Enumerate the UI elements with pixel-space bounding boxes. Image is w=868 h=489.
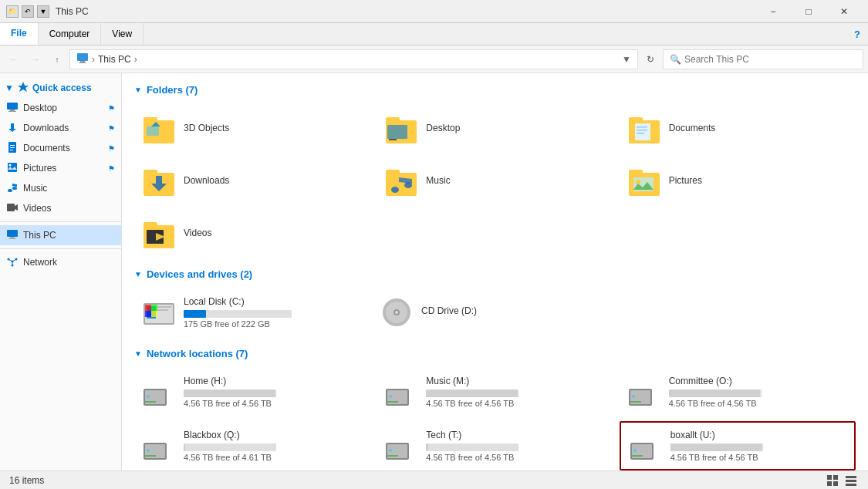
network-icon — [6, 255, 19, 270]
sidebar-item-downloads[interactable]: Downloads ⚑ — [0, 118, 121, 138]
search-box[interactable]: 🔍 — [663, 49, 863, 69]
svg-rect-1 — [80, 61, 85, 62]
help-button[interactable]: ? — [846, 23, 868, 45]
svg-point-71 — [147, 395, 150, 398]
path-end-arrow: › — [134, 54, 137, 65]
network-thumb — [140, 373, 177, 410]
tab-file[interactable]: File — [0, 23, 39, 45]
address-path[interactable]: › This PC › ▼ — [69, 49, 638, 69]
svg-rect-76 — [387, 401, 398, 403]
search-input[interactable] — [684, 54, 856, 65]
net-progress-wrap — [184, 390, 276, 397]
drive-item-d[interactable]: CD Drive (D:) — [372, 289, 603, 336]
path-dropdown[interactable]: ▼ — [622, 54, 631, 65]
svg-rect-102 — [846, 480, 856, 482]
svg-rect-19 — [8, 238, 16, 239]
svg-point-91 — [633, 449, 637, 452]
folder-item-documents[interactable]: Documents — [620, 105, 856, 151]
svg-marker-3 — [18, 82, 29, 92]
network-info: Home (H:) 4.56 TB free of 4.56 TB — [184, 376, 364, 408]
list-view-button[interactable] — [843, 473, 859, 488]
drive-name-c: Local Disk (C:) — [184, 296, 360, 307]
folder-item-pictures[interactable]: Pictures — [620, 157, 856, 204]
svg-rect-10 — [10, 150, 13, 150]
sidebar-item-network[interactable]: Network — [0, 252, 121, 272]
devices-header-label: Devices and drives (2) — [147, 268, 252, 280]
network-info: Tech (T:) 4.56 TB free of 4.56 TB — [426, 430, 606, 462]
folder-item-downloads[interactable]: Downloads — [134, 157, 370, 204]
separator-2 — [0, 248, 121, 249]
pin-icon: ⚑ — [108, 104, 115, 113]
this-pc-icon — [6, 228, 19, 243]
svg-rect-18 — [10, 237, 15, 238]
pin-icon: ⚑ — [108, 144, 115, 153]
tab-computer[interactable]: Computer — [39, 23, 102, 45]
svg-rect-34 — [389, 139, 397, 140]
music-icon — [6, 181, 19, 196]
network-item-boxallt[interactable]: boxallt (U:) 4.56 TB free of 4.56 TB — [620, 421, 856, 470]
close-button[interactable]: ✕ — [826, 0, 862, 23]
item-count: 16 items — [9, 475, 44, 486]
folder-item-3d-objects[interactable]: 3D Objects — [134, 105, 370, 151]
sidebar-item-documents[interactable]: Documents ⚑ — [0, 138, 121, 158]
sidebar-item-videos[interactable]: Videos — [0, 198, 121, 218]
folder-name: Downloads — [184, 175, 364, 186]
sidebar-item-label: Downloads — [23, 123, 69, 133]
grid-view-button[interactable] — [825, 473, 840, 488]
network-item-home[interactable]: Home (H:) 4.56 TB free of 4.56 TB — [134, 369, 370, 415]
folders-section-header[interactable]: ▼ Folders (7) — [134, 84, 856, 96]
folder-thumb — [383, 110, 420, 147]
sidebar-item-music[interactable]: Music — [0, 178, 121, 198]
svg-rect-52 — [144, 222, 157, 227]
network-item-blackbox[interactable]: Blackbox (Q:) 4.56 TB free of 4.61 TB — [134, 421, 370, 470]
network-item-tech[interactable]: Tech (T:) 4.56 TB free of 4.56 TB — [377, 421, 613, 470]
sidebar-item-desktop[interactable]: Desktop ⚑ — [0, 98, 121, 118]
folder-info: Desktop — [426, 123, 606, 133]
folder-thumb — [383, 162, 420, 199]
folder-item-desktop[interactable]: Desktop — [377, 105, 613, 151]
folder-thumb — [626, 162, 663, 199]
folder-name: Desktop — [426, 123, 606, 133]
back-button[interactable]: ← — [5, 50, 23, 69]
tab-view[interactable]: View — [101, 23, 144, 45]
window-controls: − □ ✕ — [755, 0, 862, 23]
network-header-label: Network locations (7) — [147, 348, 248, 359]
network-section-header[interactable]: ▼ Network locations (7) — [134, 348, 856, 359]
folder-item-videos[interactable]: Videos — [134, 210, 370, 256]
devices-section-header[interactable]: ▼ Devices and drives (2) — [134, 268, 856, 280]
content-area: ▼ Folders (7) 3D Objects — [122, 73, 868, 470]
drive-item-c[interactable]: Local Disk (C:) 175 GB free of 222 GB — [134, 289, 366, 336]
network-item-committee[interactable]: Committee (O:) 4.56 TB free of 4.56 TB — [620, 369, 856, 415]
folder-info: 3D Objects — [184, 123, 364, 133]
sidebar-item-this-pc[interactable]: This PC — [0, 225, 121, 245]
svg-rect-39 — [637, 130, 647, 131]
maximize-button[interactable]: □ — [791, 0, 826, 23]
quick-access-header[interactable]: ▼ Quick access — [0, 78, 121, 98]
svg-rect-59 — [157, 306, 171, 308]
undo-icon[interactable]: ↶ — [22, 5, 34, 18]
desktop-icon — [6, 101, 19, 116]
net-progress-wrap — [669, 390, 762, 397]
refresh-button[interactable]: ↻ — [641, 50, 660, 69]
forward-button[interactable]: → — [26, 50, 45, 69]
ribbon: File Computer View ? — [0, 23, 868, 46]
quick-access-label: Quick access — [32, 83, 92, 93]
path-computer-icon — [76, 52, 89, 66]
minimize-button[interactable]: − — [755, 0, 791, 23]
folder-item-music[interactable]: Music — [377, 157, 613, 204]
pin-icon: ⚑ — [108, 164, 115, 173]
customize-icon[interactable]: ▼ — [37, 5, 49, 18]
folder-info: Pictures — [669, 175, 849, 186]
svg-rect-36 — [629, 117, 643, 122]
network-thumb — [140, 427, 177, 464]
svg-rect-4 — [7, 103, 18, 110]
svg-rect-44 — [386, 170, 400, 174]
folders-grid: 3D Objects Desktop — [134, 105, 856, 256]
up-button[interactable]: ↑ — [48, 50, 66, 69]
svg-point-45 — [391, 187, 399, 193]
svg-rect-28 — [144, 117, 157, 122]
network-name: Blackbox (Q:) — [184, 430, 364, 440]
sidebar-item-pictures[interactable]: Pictures ⚑ — [0, 158, 121, 178]
sidebar-item-label: This PC — [23, 230, 56, 241]
network-item-music[interactable]: Music (M:) 4.56 TB free of 4.56 TB — [377, 369, 613, 415]
